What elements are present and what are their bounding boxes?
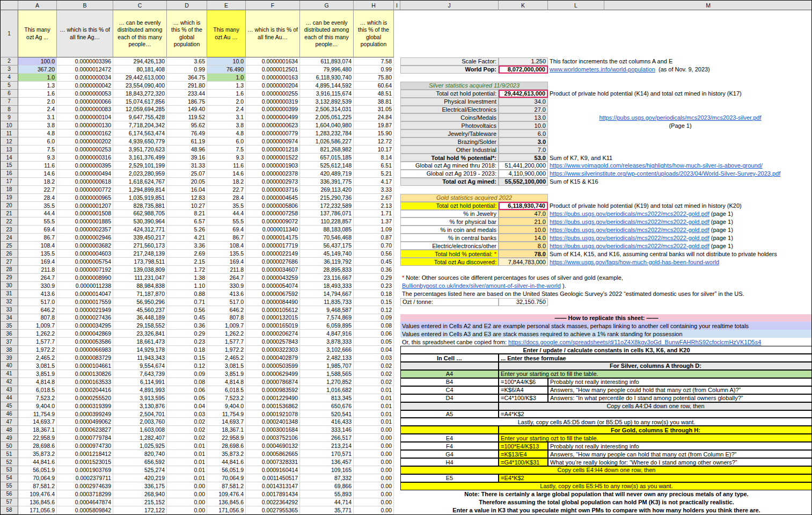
cell-F34[interactable]: 0.0000132015 <box>246 314 300 322</box>
row-number-16[interactable]: 16 <box>1 170 18 178</box>
cell-G19[interactable]: 215,290,736 <box>300 194 354 202</box>
cell-I44[interactable] <box>394 394 400 402</box>
cell-J24[interactable]: % in central banks <box>400 234 499 242</box>
cell-KM39[interactable]: ... Enter these formulae <box>499 354 812 362</box>
cell-F28[interactable]: 0.0000034607 <box>246 266 300 274</box>
cell-C23[interactable]: 424,312,771 <box>113 226 167 234</box>
cell-G38[interactable]: 3,102,666 <box>300 346 354 354</box>
cell-F46[interactable]: 0.0001921078 <box>246 410 300 418</box>
cell-H13[interactable]: 10.17 <box>354 146 394 154</box>
row-number-34[interactable]: 34 <box>1 314 18 322</box>
cell-K2[interactable]: 1.250 <box>499 57 548 66</box>
cell-G44[interactable]: 813,345 <box>300 394 354 402</box>
cell-I33[interactable] <box>394 306 400 314</box>
cell-I12[interactable] <box>394 137 400 146</box>
link[interactable]: https://www.voimagold.com/releases/highl… <box>550 162 763 169</box>
cell-I31[interactable] <box>394 290 400 298</box>
cell-F56[interactable]: 0.0017891434 <box>246 490 300 498</box>
cell-C51[interactable]: 820,740 <box>113 450 167 458</box>
cell-E22[interactable]: 55.5 <box>207 217 246 226</box>
cell-A18[interactable]: 22.7 <box>18 186 57 194</box>
column-letter-F[interactable]: F <box>246 1 300 10</box>
cell-E46[interactable]: 11,754.9 <box>207 410 246 418</box>
cell-B6[interactable]: 0.0000000053 <box>57 90 113 98</box>
cell-D4[interactable]: 364.75 <box>167 74 207 82</box>
cell-F29[interactable]: 0.0000043259 <box>246 274 300 282</box>
cell-K10[interactable]: 10.0 <box>499 121 548 129</box>
cell-G31[interactable]: 14,794,667 <box>300 290 354 298</box>
cell-G51[interactable]: 170,571 <box>300 450 354 458</box>
cell-I10[interactable] <box>394 121 400 129</box>
cell-E52[interactable]: 44,841.6 <box>207 458 246 466</box>
cell-E13[interactable]: 7.5 <box>207 146 246 154</box>
cell-G4[interactable]: 6,118,930,740 <box>300 74 354 82</box>
cell-E2[interactable]: 10.0 <box>207 57 246 66</box>
row-number-38[interactable]: 38 <box>1 346 18 354</box>
cell-J10[interactable]: Photovoltaics <box>400 121 499 129</box>
cell-A11[interactable]: 4.8 <box>18 129 57 137</box>
cell-C32[interactable]: 56,950,296 <box>113 298 167 306</box>
cell-H16[interactable]: 5.21 <box>354 170 394 178</box>
cell-I53[interactable] <box>394 466 400 474</box>
cell-F27[interactable]: 0.0000027686 <box>246 258 300 266</box>
cell-C24[interactable]: 339,450,217 <box>113 234 167 242</box>
cell-D47[interactable]: 0.02 <box>167 418 207 426</box>
cell-K15[interactable]: 51,441,200,000 <box>499 162 548 170</box>
cell-I51[interactable] <box>394 450 400 458</box>
cell-C20[interactable]: 828,735,881 <box>113 202 167 210</box>
cell-D32[interactable]: 0.71 <box>167 298 207 306</box>
cell-H14[interactable]: 8.14 <box>354 154 394 162</box>
cell-A39[interactable]: 2,465.2 <box>18 354 57 362</box>
cell-F4[interactable]: 0.0000000163 <box>246 74 300 82</box>
cell-A46[interactable]: 11,754.9 <box>18 410 57 418</box>
cell-D34[interactable]: 0.45 <box>167 314 207 322</box>
column-letter-D[interactable]: D <box>167 1 207 10</box>
row-number-15[interactable]: 15 <box>1 162 18 170</box>
cell-I3[interactable] <box>394 66 400 74</box>
cell-I49[interactable] <box>394 434 400 442</box>
cell-G28[interactable]: 28,895,833 <box>300 266 354 274</box>
cell-LM23[interactable]: https://pubs.usgs.gov/periodicals/mcs202… <box>548 226 812 234</box>
cell-H12[interactable]: 12.72 <box>354 137 394 146</box>
cell-LM20[interactable]: Product of private hold potential (K19) … <box>548 202 812 210</box>
cell-K16[interactable]: 4,110,900,000 <box>499 170 548 178</box>
cell-I25[interactable] <box>394 242 400 250</box>
cell-B42[interactable]: 0.0000163533 <box>57 378 113 386</box>
cell-B5[interactable]: 0.0000000042 <box>57 82 113 90</box>
cell-K26[interactable]: 78.0 <box>499 250 548 258</box>
cell-G22[interactable]: 110,228,857 <box>300 217 354 226</box>
column-title-D[interactable]: … which is this % of the global populati… <box>167 10 207 57</box>
cell-D41[interactable]: 0.09 <box>167 370 207 378</box>
cell-E19[interactable]: 28.4 <box>207 194 246 202</box>
row-number-8[interactable]: 8 <box>1 106 18 114</box>
row-number-29[interactable]: 29 <box>1 274 18 282</box>
cell-I13[interactable] <box>394 146 400 154</box>
cell-D35[interactable]: 0.36 <box>167 322 207 330</box>
cell-D23[interactable]: 5.26 <box>167 226 207 234</box>
cell-A16[interactable]: 14.6 <box>18 170 57 178</box>
cell-JM30[interactable]: Bullionbypost.co.uk/index/silver/amount-… <box>400 282 812 290</box>
cell-E31[interactable]: 413.6 <box>207 290 246 298</box>
row-number-19[interactable]: 19 <box>1 194 18 202</box>
cell-B9[interactable]: 0.0000000104 <box>57 113 113 121</box>
cell-D6[interactable]: 233.44 <box>167 90 207 98</box>
cell-E24[interactable]: 86.7 <box>207 234 246 242</box>
cell-B14[interactable]: 0.0000000316 <box>57 154 113 162</box>
cell-I29[interactable] <box>394 274 400 282</box>
cell-I27[interactable] <box>394 258 400 266</box>
cell-KM46[interactable]: =A4*K$2 <box>499 410 812 418</box>
cell-J32[interactable]: Ozt / tonne: <box>400 298 499 306</box>
cell-H28[interactable]: 0.36 <box>354 266 394 274</box>
cell-G30[interactable]: 18,493,333 <box>300 282 354 290</box>
cell-B50[interactable]: 0.0000974730 <box>57 442 113 450</box>
row-number-46[interactable]: 46 <box>1 410 18 418</box>
cell-JM55[interactable]: Lastly, copy cells E5:H5 to any row(s) a… <box>400 482 812 490</box>
cell-H10[interactable]: 19.87 <box>354 121 394 129</box>
cell-G9[interactable]: 2,005,051,225 <box>300 113 354 121</box>
cell-J41[interactable]: A4 <box>400 370 499 378</box>
cell-E43[interactable]: 6,018.5 <box>207 386 246 394</box>
row-number-39[interactable]: 39 <box>1 354 18 362</box>
cell-D24[interactable]: 4.21 <box>167 234 207 242</box>
row-number-20[interactable]: 20 <box>1 202 18 210</box>
cell-H45[interactable]: 0.01 <box>354 402 394 410</box>
